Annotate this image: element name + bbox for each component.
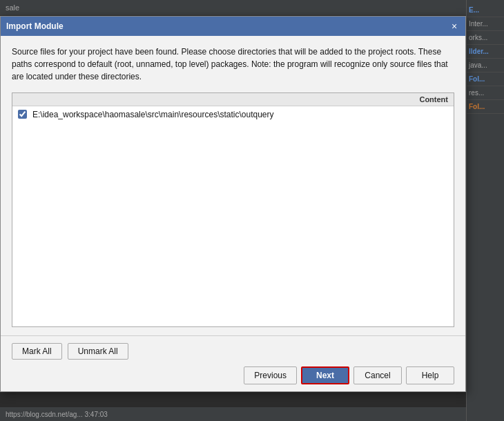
bottom-left-buttons: Mark All Unmark All [12,343,454,360]
right-panel-item[interactable]: Inter... [467,17,504,31]
right-panel-item[interactable]: Fol... [467,100,504,114]
help-button[interactable]: Help [406,366,454,384]
files-list-header: Content [12,93,454,106]
status-bar-text: https://blog.csdn.net/ag... 3:47:03 [6,411,108,418]
right-panel-item[interactable]: res... [467,86,504,100]
file-path: E:\idea_workspace\haomasale\src\main\res… [32,110,448,119]
unmark-all-button[interactable]: Unmark All [68,343,128,360]
import-module-dialog: Import Module × Source files for your pr… [0,16,466,392]
bottom-right-buttons: Previous Next Cancel Help [12,366,454,384]
close-button[interactable]: × [449,21,460,32]
right-panel-item[interactable]: orks... [467,31,504,45]
right-panel-item[interactable]: Fol... [467,72,504,86]
dialog-description: Source files for your project have been … [12,46,454,83]
right-panel: E... Inter... orks... Ilder... java... F… [466,0,504,421]
column-header-content: Content [419,95,448,104]
dialog-titlebar: Import Module × [1,17,465,36]
right-panel-item[interactable]: Ilder... [467,45,504,59]
file-item: E:\idea_workspace\haomasale\src\main\res… [12,106,454,123]
mark-all-button[interactable]: Mark All [12,343,62,360]
right-panel-item[interactable]: E... [467,3,504,17]
cancel-button[interactable]: Cancel [353,366,402,384]
files-list-container: Content E:\idea_workspace\haomasale\src\… [12,92,454,327]
dialog-body: Source files for your project have been … [1,36,465,335]
file-checkbox[interactable] [18,110,27,119]
right-panel-item[interactable]: java... [467,59,504,72]
next-button[interactable]: Next [301,366,349,384]
dialog-bottom: Mark All Unmark All Previous Next Cancel… [1,335,465,391]
previous-button[interactable]: Previous [244,366,297,384]
dialog-title: Import Module [6,21,64,31]
dialog-overlay: Import Module × Source files for your pr… [0,0,466,407]
status-bar: https://blog.csdn.net/ag... 3:47:03 [0,407,466,421]
